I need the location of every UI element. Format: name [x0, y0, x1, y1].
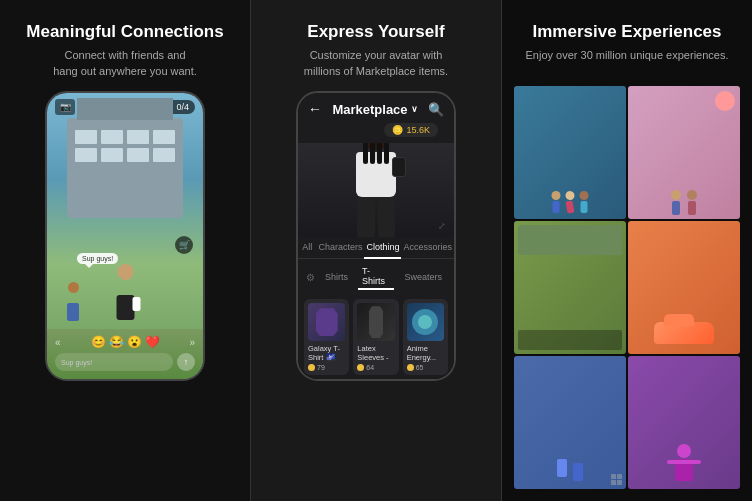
collage-cell-5	[514, 356, 626, 489]
subtab-sweaters[interactable]: Sweaters	[400, 270, 446, 284]
back-arrow-icon[interactable]: ←	[308, 101, 322, 117]
panel-connections: Meaningful Connections Connect with frie…	[0, 0, 250, 501]
panel-1-subtitle: Connect with friends andhang out anywher…	[53, 48, 197, 79]
cell-head	[671, 190, 681, 200]
filter-icon[interactable]: ⚙	[306, 272, 315, 283]
item-card-1[interactable]: Galaxy T-Shirt 🌌 79	[304, 299, 349, 375]
sub-tabs: ⚙ Shirts T-Shirts Sweaters	[298, 259, 454, 295]
emoji-4[interactable]: ❤️	[145, 335, 160, 349]
item-price-3: 65	[407, 364, 444, 371]
subtab-tshirts[interactable]: T-Shirts	[358, 264, 394, 290]
hair-lock	[384, 143, 389, 164]
emoji-next-icon[interactable]: »	[189, 337, 195, 348]
emoji-1[interactable]: 😊	[91, 335, 106, 349]
item-image-2	[357, 303, 394, 341]
item-shape-inner	[418, 315, 432, 329]
cart-icon: 🛒	[175, 236, 193, 254]
item-card-3[interactable]: Anime Energy... 65	[403, 299, 448, 375]
item-shape-anime	[412, 309, 438, 335]
emoji-prev-icon[interactable]: «	[55, 337, 61, 348]
purple-char-head	[677, 444, 691, 458]
cell-body	[672, 201, 680, 215]
item-name-1: Galaxy T-Shirt 🌌	[308, 344, 345, 362]
dancer-head	[552, 191, 561, 200]
market-title: Marketplace	[332, 102, 407, 117]
window	[153, 130, 175, 144]
main-character	[108, 264, 143, 329]
collage-cell-1	[514, 86, 626, 219]
emoji-3[interactable]: 😮	[127, 335, 142, 349]
chevron-down-icon[interactable]: ∨	[411, 104, 418, 114]
road	[518, 330, 622, 350]
send-button[interactable]: ↑	[177, 353, 195, 371]
hair-lock	[363, 143, 368, 164]
purple-char-arms	[667, 460, 701, 464]
items-grid: Galaxy T-Shirt 🌌 79 Latex Sleeves - 64	[298, 295, 454, 379]
coin-balance: 🪙 15.6K	[384, 123, 438, 137]
item-name-2: Latex Sleeves -	[357, 344, 394, 362]
collage-cell-4	[628, 221, 740, 354]
panel-1-title: Meaningful Connections	[26, 22, 223, 42]
phone-mockup-2: ← Marketplace ∨ 🔍 🪙 15.6K	[296, 91, 456, 381]
expand-icon[interactable]: ⤢	[438, 221, 446, 231]
panel-experiences: Immersive Experiences Enjoy over 30 mill…	[502, 0, 752, 501]
panel-2-subtitle: Customize your avatar withmillions of Ma…	[304, 48, 448, 79]
search-icon[interactable]: 🔍	[428, 102, 444, 117]
window	[127, 130, 149, 144]
window	[75, 148, 97, 162]
building-windows	[75, 130, 175, 162]
tab-all[interactable]: All	[298, 237, 316, 258]
item-card-2[interactable]: Latex Sleeves - 64	[353, 299, 398, 375]
panel-2-title: Express Yourself	[307, 22, 444, 42]
avatar-display: ⤢	[298, 143, 454, 237]
field	[518, 225, 622, 255]
car-shape	[654, 322, 714, 344]
dance-characters	[552, 191, 589, 213]
avatar-leg-left	[357, 198, 375, 237]
dancer-2	[566, 191, 575, 213]
side-character	[62, 282, 84, 324]
subtab-shirts[interactable]: Shirts	[321, 270, 352, 284]
market-title-row: Marketplace ∨	[332, 102, 417, 117]
item-shape-galaxy	[316, 308, 338, 336]
avatar-hair-locks	[354, 143, 398, 164]
hair-lock	[370, 143, 375, 164]
chat-input[interactable]: Sup guys!	[55, 353, 173, 371]
emoji-2[interactable]: 😂	[109, 335, 124, 349]
game-figures	[518, 459, 622, 481]
cell-char-2	[687, 190, 697, 215]
window	[75, 130, 97, 144]
tree-top	[715, 91, 735, 111]
avatar-3d	[336, 143, 416, 237]
item-name-3: Anime Energy...	[407, 344, 444, 362]
speech-bubble: Sup guys!	[77, 253, 118, 264]
chat-bar: Sup guys! ↑	[55, 353, 195, 371]
coin-icon-small	[357, 364, 364, 371]
item-image-3	[407, 303, 444, 341]
camera-icon: 📷	[55, 99, 75, 115]
collage-cell-3	[514, 221, 626, 354]
cell-char-1	[671, 190, 681, 215]
item-shape-latex	[366, 306, 386, 338]
avatar-head	[362, 143, 390, 150]
main-char-body	[116, 295, 134, 320]
emoji-bar: « 😊 😂 😮 ❤️ »	[55, 335, 195, 349]
tab-characters[interactable]: Characters	[316, 237, 364, 258]
game-figure	[557, 459, 567, 477]
panel-marketplace: Express Yourself Customize your avatar w…	[250, 0, 502, 501]
dancer-body	[581, 201, 588, 213]
tab-accessories[interactable]: Accessories	[401, 237, 454, 258]
backpack	[132, 297, 140, 311]
coin-icon: 🪙	[392, 125, 403, 135]
collage-cell-6	[628, 356, 740, 489]
market-screen: ← Marketplace ∨ 🔍 🪙 15.6K	[298, 93, 454, 379]
window	[153, 148, 175, 162]
avatar-leg-right	[378, 198, 396, 237]
panel-3-subtitle: Enjoy over 30 million unique experiences…	[525, 48, 728, 63]
item-image-1	[308, 303, 345, 341]
cell-head	[687, 190, 697, 200]
tab-clothing[interactable]: Clothing	[364, 237, 401, 259]
game-scene: 📷 👤 0/4 Sup guys!	[47, 93, 203, 379]
coin-icon-small	[308, 364, 315, 371]
hair-lock	[377, 143, 382, 164]
